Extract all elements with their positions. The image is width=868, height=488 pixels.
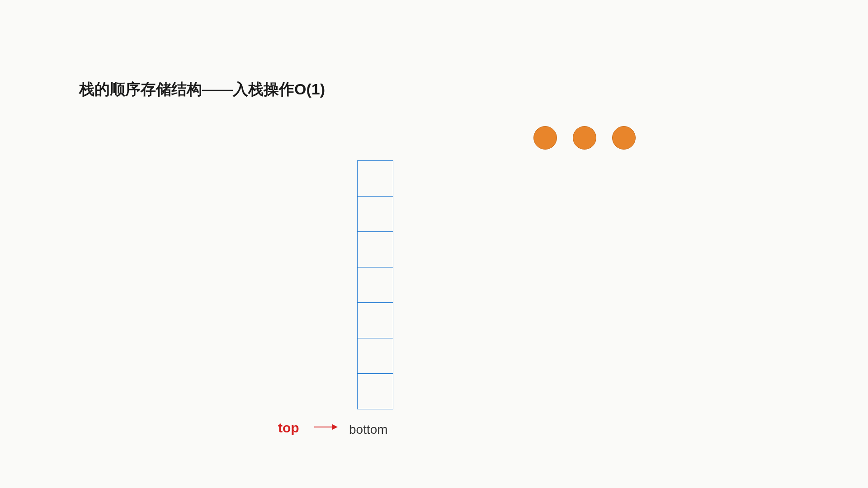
- element-circle: [573, 126, 596, 150]
- stack-cell: [357, 196, 393, 232]
- element-circle: [612, 126, 636, 150]
- stack-cell: [357, 302, 393, 338]
- top-pointer-label: top: [278, 420, 299, 436]
- bottom-label: bottom: [349, 422, 388, 437]
- pending-elements: [533, 126, 636, 150]
- arrow-icon: [314, 427, 337, 427]
- stack-diagram: [357, 160, 393, 409]
- stack-cell: [357, 267, 393, 303]
- stack-cell: [357, 373, 393, 409]
- stack-cell: [357, 338, 393, 374]
- element-circle: [533, 126, 557, 150]
- stack-cell: [357, 160, 393, 197]
- stack-cell: [357, 231, 393, 267]
- diagram-title: 栈的顺序存储结构——入栈操作O(1): [79, 79, 325, 100]
